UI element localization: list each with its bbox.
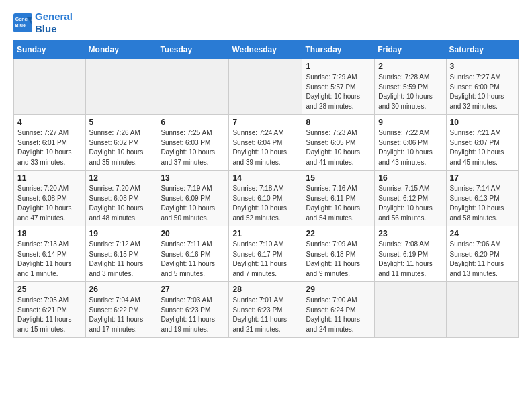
- header-day-monday: Monday: [85, 41, 157, 59]
- day-number: 27: [161, 285, 225, 294]
- calendar-week-4: 18Sunrise: 7:13 AMSunset: 6:14 PMDayligh…: [14, 226, 519, 282]
- logo: General Blue GeneralBlue: [13, 11, 73, 35]
- day-info: Sunrise: 7:18 AMSunset: 6:10 PMDaylight:…: [232, 184, 298, 223]
- day-number: 25: [17, 285, 82, 294]
- calendar-cell: 26Sunrise: 7:04 AMSunset: 6:22 PMDayligh…: [85, 282, 157, 338]
- calendar-cell: 23Sunrise: 7:08 AMSunset: 6:19 PMDayligh…: [375, 226, 446, 282]
- day-number: 2: [378, 62, 442, 71]
- calendar-header-row: SundayMondayTuesdayWednesdayThursdayFrid…: [14, 41, 519, 59]
- header-day-friday: Friday: [375, 41, 446, 59]
- calendar-cell: 6Sunrise: 7:25 AMSunset: 6:03 PMDaylight…: [157, 115, 229, 171]
- day-info: Sunrise: 7:20 AMSunset: 6:08 PMDaylight:…: [89, 184, 154, 223]
- day-number: 16: [378, 173, 442, 183]
- calendar-cell: [14, 59, 86, 115]
- calendar-cell: 12Sunrise: 7:20 AMSunset: 6:08 PMDayligh…: [85, 171, 157, 226]
- day-number: 8: [306, 118, 371, 127]
- day-info: Sunrise: 7:08 AMSunset: 6:19 PMDaylight:…: [378, 240, 442, 279]
- calendar-cell: 19Sunrise: 7:12 AMSunset: 6:15 PMDayligh…: [85, 226, 157, 282]
- day-number: 13: [161, 173, 225, 183]
- day-number: 23: [378, 229, 442, 238]
- day-info: Sunrise: 7:01 AMSunset: 6:23 PMDaylight:…: [232, 295, 298, 334]
- day-info: Sunrise: 7:04 AMSunset: 6:22 PMDaylight:…: [89, 295, 154, 334]
- calendar-cell: 11Sunrise: 7:20 AMSunset: 6:08 PMDayligh…: [14, 171, 86, 226]
- day-info: Sunrise: 7:11 AMSunset: 6:16 PMDaylight:…: [161, 240, 225, 279]
- calendar-cell: 22Sunrise: 7:09 AMSunset: 6:18 PMDayligh…: [302, 226, 375, 282]
- day-info: Sunrise: 7:12 AMSunset: 6:15 PMDaylight:…: [89, 240, 154, 279]
- calendar-cell: 15Sunrise: 7:16 AMSunset: 6:11 PMDayligh…: [302, 171, 375, 226]
- calendar-cell: 5Sunrise: 7:26 AMSunset: 6:02 PMDaylight…: [85, 115, 157, 171]
- day-info: Sunrise: 7:14 AMSunset: 6:13 PMDaylight:…: [450, 184, 515, 223]
- header-day-tuesday: Tuesday: [157, 41, 229, 59]
- calendar-cell: 27Sunrise: 7:03 AMSunset: 6:23 PMDayligh…: [157, 282, 229, 338]
- day-info: Sunrise: 7:16 AMSunset: 6:11 PMDaylight:…: [306, 184, 371, 223]
- day-number: 3: [450, 62, 515, 71]
- day-info: Sunrise: 7:27 AMSunset: 6:00 PMDaylight:…: [450, 73, 515, 111]
- day-number: 4: [17, 118, 82, 127]
- day-info: Sunrise: 7:27 AMSunset: 6:01 PMDaylight:…: [17, 128, 82, 167]
- header-day-wednesday: Wednesday: [229, 41, 302, 59]
- day-number: 26: [89, 285, 154, 294]
- day-info: Sunrise: 7:23 AMSunset: 6:05 PMDaylight:…: [306, 128, 371, 167]
- day-info: Sunrise: 7:06 AMSunset: 6:20 PMDaylight:…: [450, 240, 515, 279]
- day-number: 1: [306, 62, 371, 71]
- page-header: General Blue GeneralBlue: [13, 11, 519, 35]
- day-info: Sunrise: 7:29 AMSunset: 5:57 PMDaylight:…: [306, 73, 371, 111]
- header-day-saturday: Saturday: [446, 41, 518, 59]
- day-info: Sunrise: 7:13 AMSunset: 6:14 PMDaylight:…: [17, 240, 82, 279]
- calendar-cell: [446, 282, 518, 338]
- calendar: SundayMondayTuesdayWednesdayThursdayFrid…: [13, 40, 519, 338]
- calendar-cell: 7Sunrise: 7:24 AMSunset: 6:04 PMDaylight…: [229, 115, 302, 171]
- calendar-cell: 29Sunrise: 7:00 AMSunset: 6:24 PMDayligh…: [302, 282, 375, 338]
- day-number: 28: [232, 285, 298, 294]
- calendar-cell: 3Sunrise: 7:27 AMSunset: 6:00 PMDaylight…: [446, 59, 518, 115]
- day-info: Sunrise: 7:20 AMSunset: 6:08 PMDaylight:…: [17, 184, 82, 223]
- calendar-cell: 28Sunrise: 7:01 AMSunset: 6:23 PMDayligh…: [229, 282, 302, 338]
- calendar-cell: 10Sunrise: 7:21 AMSunset: 6:07 PMDayligh…: [446, 115, 518, 171]
- calendar-week-5: 25Sunrise: 7:05 AMSunset: 6:21 PMDayligh…: [14, 282, 519, 338]
- calendar-cell: 20Sunrise: 7:11 AMSunset: 6:16 PMDayligh…: [157, 226, 229, 282]
- day-info: Sunrise: 7:24 AMSunset: 6:04 PMDaylight:…: [232, 128, 298, 167]
- logo-icon: General Blue: [13, 13, 32, 32]
- day-number: 6: [161, 118, 225, 127]
- day-number: 22: [306, 229, 371, 238]
- calendar-cell: 8Sunrise: 7:23 AMSunset: 6:05 PMDaylight…: [302, 115, 375, 171]
- calendar-cell: 13Sunrise: 7:19 AMSunset: 6:09 PMDayligh…: [157, 171, 229, 226]
- day-info: Sunrise: 7:03 AMSunset: 6:23 PMDaylight:…: [161, 295, 225, 334]
- calendar-cell: 17Sunrise: 7:14 AMSunset: 6:13 PMDayligh…: [446, 171, 518, 226]
- day-number: 15: [306, 173, 371, 183]
- svg-text:Blue: Blue: [15, 23, 26, 28]
- day-number: 19: [89, 229, 154, 238]
- day-number: 5: [89, 118, 154, 127]
- day-number: 17: [450, 173, 515, 183]
- calendar-cell: 9Sunrise: 7:22 AMSunset: 6:06 PMDaylight…: [375, 115, 446, 171]
- day-number: 29: [306, 285, 371, 294]
- day-info: Sunrise: 7:10 AMSunset: 6:17 PMDaylight:…: [232, 240, 298, 279]
- calendar-cell: 1Sunrise: 7:29 AMSunset: 5:57 PMDaylight…: [302, 59, 375, 115]
- day-info: Sunrise: 7:22 AMSunset: 6:06 PMDaylight:…: [378, 128, 442, 167]
- calendar-week-1: 1Sunrise: 7:29 AMSunset: 5:57 PMDaylight…: [14, 59, 519, 115]
- day-info: Sunrise: 7:00 AMSunset: 6:24 PMDaylight:…: [306, 295, 371, 334]
- day-number: 9: [378, 118, 442, 127]
- calendar-cell: [229, 59, 302, 115]
- day-info: Sunrise: 7:19 AMSunset: 6:09 PMDaylight:…: [161, 184, 225, 223]
- day-number: 18: [17, 229, 82, 238]
- day-number: 24: [450, 229, 515, 238]
- day-number: 7: [232, 118, 298, 127]
- calendar-cell: 2Sunrise: 7:28 AMSunset: 5:59 PMDaylight…: [375, 59, 446, 115]
- day-info: Sunrise: 7:28 AMSunset: 5:59 PMDaylight:…: [378, 73, 442, 111]
- day-number: 14: [232, 173, 298, 183]
- calendar-cell: [375, 282, 446, 338]
- calendar-cell: 16Sunrise: 7:15 AMSunset: 6:12 PMDayligh…: [375, 171, 446, 226]
- day-info: Sunrise: 7:21 AMSunset: 6:07 PMDaylight:…: [450, 128, 515, 167]
- day-info: Sunrise: 7:25 AMSunset: 6:03 PMDaylight:…: [161, 128, 225, 167]
- calendar-cell: 18Sunrise: 7:13 AMSunset: 6:14 PMDayligh…: [14, 226, 86, 282]
- day-number: 20: [161, 229, 225, 238]
- day-info: Sunrise: 7:26 AMSunset: 6:02 PMDaylight:…: [89, 128, 154, 167]
- calendar-cell: 4Sunrise: 7:27 AMSunset: 6:01 PMDaylight…: [14, 115, 86, 171]
- calendar-cell: [85, 59, 157, 115]
- logo-text: GeneralBlue: [35, 11, 73, 35]
- calendar-cell: 25Sunrise: 7:05 AMSunset: 6:21 PMDayligh…: [14, 282, 86, 338]
- calendar-cell: 14Sunrise: 7:18 AMSunset: 6:10 PMDayligh…: [229, 171, 302, 226]
- header-day-sunday: Sunday: [14, 41, 86, 59]
- day-info: Sunrise: 7:15 AMSunset: 6:12 PMDaylight:…: [378, 184, 442, 223]
